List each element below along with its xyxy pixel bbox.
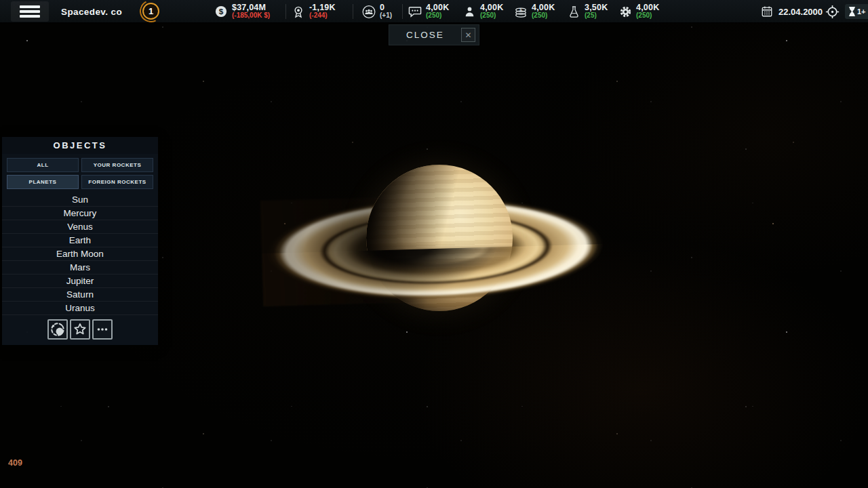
hamburger-menu-button[interactable] <box>11 1 49 22</box>
resource-science: 3,50K (25) <box>567 0 608 23</box>
hourglass-icon <box>848 7 856 16</box>
money-delta: (-185,00K $) <box>232 12 270 20</box>
divider <box>402 4 403 19</box>
chat-icon <box>408 5 422 18</box>
objects-panel-title: OBJECTS <box>2 137 158 154</box>
more-icon <box>95 322 110 337</box>
staff-delta: (250) <box>480 12 503 20</box>
game-speed-button[interactable]: 1+ <box>845 4 868 19</box>
close-button-label: CLOSE <box>389 30 461 40</box>
current-date: 22.04.2000 <box>778 7 823 17</box>
list-item-earth-moon[interactable]: Earth Moon <box>2 247 158 261</box>
group-icon <box>362 4 376 20</box>
orbit-view-button[interactable] <box>47 319 68 340</box>
star-icon <box>73 322 87 337</box>
objects-panel-tools <box>2 315 158 345</box>
parts-delta: (250) <box>636 12 659 20</box>
media-delta: (250) <box>426 12 449 20</box>
objects-filter-tabs: ALL YOUR ROCKETS PLANETS FOREIGN ROCKETS <box>2 154 158 193</box>
flask-icon <box>567 5 580 18</box>
filter-planets-button[interactable]: PLANETS <box>7 175 79 189</box>
close-dialog[interactable]: CLOSE ✕ <box>389 24 479 45</box>
coins-icon: $ <box>514 5 528 18</box>
filter-all-button[interactable]: ALL <box>7 158 79 172</box>
rating-delta: (-244) <box>309 12 336 20</box>
list-item-sun[interactable]: Sun <box>2 193 158 207</box>
top-bar: Spacedev. co 1 $ $37,04M (-185,00K $) -1… <box>0 0 868 23</box>
resource-team: 0 (+1) <box>362 0 392 23</box>
game-window: Spacedev. co 1 $ $37,04M (-185,00K $) -1… <box>0 0 868 488</box>
list-item-venus[interactable]: Venus <box>2 220 158 234</box>
orbit-icon <box>50 322 65 337</box>
fps-counter: 409 <box>8 458 22 468</box>
list-item-jupiter[interactable]: Jupiter <box>2 274 158 288</box>
svg-text:$: $ <box>219 7 224 16</box>
objects-panel: OBJECTS ALL YOUR ROCKETS PLANETS FOREIGN… <box>2 137 158 345</box>
team-delta: (+1) <box>380 12 392 20</box>
level-number: 1 <box>142 3 159 20</box>
list-item-uranus[interactable]: Uranus <box>2 302 158 315</box>
speed-value: 1+ <box>857 7 866 16</box>
resource-rating: -1,19K (-244) <box>292 0 336 23</box>
resource-staff: 4,00K (250) <box>462 0 503 23</box>
filter-foreign-rockets-button[interactable]: FOREIGN ROCKETS <box>81 175 153 189</box>
crosshair-icon <box>825 4 840 20</box>
date-group: 22.04.2000 <box>761 0 823 23</box>
objects-list: Sun Mercury Venus Earth Earth Moon Mars … <box>2 193 158 315</box>
level-badge[interactable]: 1 <box>140 0 162 22</box>
resource-parts: 4,00K (250) <box>618 0 659 23</box>
resource-funds: $ 4,00K (250) <box>514 0 555 23</box>
calendar-icon <box>761 5 773 18</box>
resource-money: $ $37,04M (-185,00K $) <box>214 0 270 23</box>
person-icon <box>462 5 476 18</box>
funds-delta: (250) <box>532 12 555 20</box>
medal-icon <box>292 5 305 18</box>
favorites-button[interactable] <box>70 319 90 340</box>
gear-icon <box>618 5 632 18</box>
list-item-mars[interactable]: Mars <box>2 261 158 274</box>
divider <box>285 4 286 19</box>
list-item-saturn[interactable]: Saturn <box>2 288 158 302</box>
dollar-coin-icon: $ <box>214 5 228 18</box>
company-title: Spacedev. co <box>61 0 122 23</box>
science-delta: (25) <box>585 12 608 20</box>
divider <box>353 4 353 19</box>
center-view-button[interactable] <box>824 3 841 20</box>
list-item-mercury[interactable]: Mercury <box>2 207 158 220</box>
filter-your-rockets-button[interactable]: YOUR ROCKETS <box>81 158 153 172</box>
resource-media: 4,00K (250) <box>408 0 449 23</box>
list-item-earth[interactable]: Earth <box>2 234 158 247</box>
more-options-button[interactable] <box>92 319 113 340</box>
close-icon[interactable]: ✕ <box>461 28 475 42</box>
